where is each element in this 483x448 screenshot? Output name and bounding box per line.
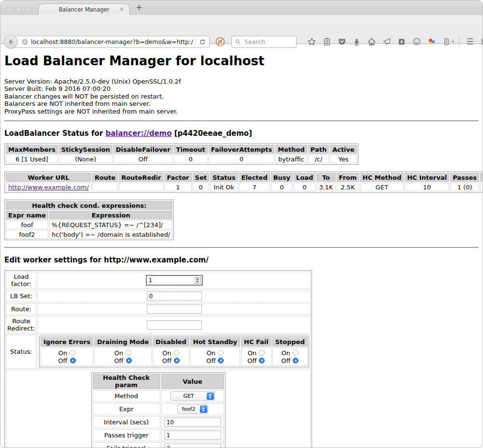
- draining-mode-off-radio[interactable]: [126, 358, 132, 363]
- url-text[interactable]: localhost:8880/balancer-manager?b=demo&w…: [31, 38, 193, 45]
- column-header: Hot Standby: [190, 337, 240, 347]
- table-row: Passes trigger: [93, 429, 224, 441]
- expr-select[interactable]: foof2: [177, 405, 208, 414]
- url-bar[interactable]: localhost:8880/balancer-manager?b=demo&w…: [11, 36, 210, 48]
- server-info: Server Version: Apache/2.5.0-dev (Unix) …: [4, 78, 479, 115]
- interval-input[interactable]: [164, 418, 221, 427]
- table-cell: 7: [239, 183, 270, 191]
- sidebar-panel-icon[interactable]: [442, 37, 452, 46]
- extension-dots-icon[interactable]: [427, 37, 437, 46]
- table-cell: 0: [209, 155, 275, 163]
- fails-input[interactable]: [164, 444, 221, 448]
- radio-on-label: On: [207, 349, 215, 357]
- page-content: Load Balancer Manager for localhost Serv…: [0, 44, 483, 448]
- radio-on-label: On: [248, 349, 256, 357]
- table-cell: [92, 183, 118, 191]
- column-header: MaxMembers: [6, 145, 58, 154]
- search-bar[interactable]: [231, 36, 297, 48]
- disabled-off-radio[interactable]: [174, 358, 180, 363]
- method-select[interactable]: GET: [170, 391, 215, 401]
- table-cell: http://www.example.com/: [6, 183, 91, 191]
- edit-worker-form: Load factor: LB Set: Route: Route Redire…: [4, 270, 312, 448]
- load-factor-label: Load factor:: [6, 272, 37, 289]
- chevron-down-icon[interactable]: ▾: [452, 39, 455, 44]
- column-header: To: [316, 173, 335, 182]
- status-cell-hot-standby: On Off: [190, 347, 240, 366]
- form-row-load-factor: Load factor:: [6, 272, 311, 289]
- worker-url-link[interactable]: http://www.example.com/: [8, 184, 89, 191]
- reload-icon[interactable]: [199, 39, 206, 45]
- minimize-window-button[interactable]: [15, 7, 21, 13]
- column-header: Draining Mode: [94, 337, 152, 347]
- ignore-errors-off-radio[interactable]: [70, 358, 76, 363]
- table-cell: foof2: [6, 230, 48, 239]
- table-row: Interval (secs): [93, 416, 224, 428]
- table-cell: 6 [1 Used]: [6, 155, 58, 163]
- fails-label: Fails trigger): [93, 442, 160, 448]
- load-factor-stepper[interactable]: [146, 275, 203, 286]
- search-input[interactable]: [243, 38, 287, 46]
- hot-standby-off-radio[interactable]: [218, 358, 224, 363]
- table-cell: (None): [59, 155, 113, 163]
- loadbalancer-status-heading: LoadBalancer Status for balancer://demo …: [4, 129, 479, 138]
- balancer-demo-link[interactable]: balancer://demo: [105, 129, 171, 138]
- home-icon[interactable]: [367, 37, 377, 46]
- status-cell-stopped: On Off: [272, 347, 308, 366]
- radio-on-label: On: [162, 349, 171, 357]
- send-tab-icon[interactable]: [382, 37, 392, 46]
- tab-balancer-manager[interactable]: Balancer Manager ×: [38, 3, 130, 15]
- radio-off-label: Off: [206, 357, 215, 364]
- pocket-icon[interactable]: [337, 37, 347, 46]
- table-row: foof2 hc('body') =~ /domain is establish…: [6, 230, 172, 239]
- tiles-grid-icon[interactable]: [480, 37, 483, 46]
- column-header: Set: [193, 173, 209, 182]
- table-cell: /c/: [308, 155, 329, 163]
- ignore-errors-on-radio[interactable]: [70, 350, 75, 356]
- lb-set-input[interactable]: [147, 291, 202, 301]
- chat-smiley-icon[interactable]: [412, 37, 422, 46]
- column-header: Path: [308, 145, 329, 154]
- browser-window: Balancer Manager × + localhost:8880/bala…: [0, 0, 483, 448]
- disabled-on-radio[interactable]: [174, 350, 180, 356]
- stopped-off-radio[interactable]: [293, 358, 298, 363]
- status-cell-ignore-errors: On Off: [41, 347, 93, 366]
- save-page-icon[interactable]: [397, 37, 407, 46]
- proxypass-notice-line: ProxyPass settings are NOT inherited fro…: [4, 108, 479, 115]
- passes-input[interactable]: [164, 431, 221, 440]
- bookmark-star-icon[interactable]: [307, 37, 317, 46]
- hc-fail-off-radio[interactable]: [259, 358, 265, 363]
- tab-close-icon[interactable]: ×: [119, 6, 124, 12]
- table-cell: %{REQUEST_STATUS} =~ /^[234]/: [49, 220, 173, 229]
- table-cell: 2.5K: [337, 183, 359, 191]
- new-tab-button[interactable]: +: [136, 2, 142, 12]
- table-cell: 1: [164, 183, 191, 191]
- table-cell: 0: [294, 183, 315, 191]
- column-header: Value: [161, 374, 224, 389]
- table-row: Fails trigger): [93, 442, 224, 448]
- route-input[interactable]: [147, 304, 202, 314]
- column-header: HC Method: [360, 173, 404, 182]
- urlbar-divider: [195, 38, 196, 46]
- interval-label: Interval (secs): [93, 416, 160, 428]
- number-spinner-icon[interactable]: [195, 277, 201, 284]
- route-redirect-input[interactable]: [147, 320, 202, 330]
- column-header: Active: [330, 145, 357, 154]
- menu-hamburger-icon[interactable]: ☰: [465, 37, 475, 46]
- downloads-icon[interactable]: [352, 37, 362, 46]
- method-label: Method: [93, 390, 160, 402]
- zoom-window-button[interactable]: [25, 7, 31, 13]
- hc-fail-on-radio[interactable]: [259, 350, 265, 356]
- stopped-on-radio[interactable]: [293, 350, 298, 356]
- table-row: Expr foof2: [93, 403, 224, 415]
- plugin-blocked-icon[interactable]: [215, 36, 226, 47]
- column-header: Disabled: [153, 337, 189, 347]
- hot-standby-on-radio[interactable]: [218, 350, 224, 356]
- back-arrow-icon: [7, 38, 14, 45]
- column-header: Worker URL: [6, 173, 91, 182]
- draining-mode-on-radio[interactable]: [126, 350, 131, 356]
- close-window-button[interactable]: [6, 7, 12, 13]
- back-button[interactable]: [4, 35, 18, 49]
- load-factor-input[interactable]: [147, 277, 202, 284]
- globe-icon: [21, 38, 28, 45]
- reading-list-icon[interactable]: [322, 37, 332, 46]
